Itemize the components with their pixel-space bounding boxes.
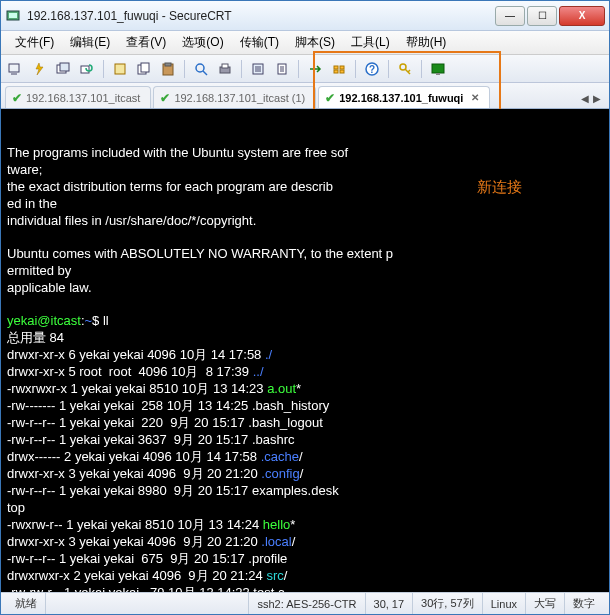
tab-prev-icon[interactable]: ◀: [581, 93, 589, 104]
status-encryption: ssh2: AES-256-CTR: [249, 593, 365, 614]
tab-nav: ◀ ▶: [581, 93, 605, 108]
ls-row: drwxr-xr-x 3 yekai yekai 4096 9月 20 21:2…: [7, 466, 261, 481]
menu-options[interactable]: 选项(O): [174, 34, 231, 51]
line: The programs included with the Ubuntu sy…: [7, 145, 348, 160]
ls-row: -rw-r--r-- 1 yekai yekai 220 9月 20 15:17…: [7, 415, 323, 430]
svg-rect-1: [9, 13, 17, 18]
toolbar-sep: [388, 60, 389, 78]
help-icon[interactable]: ?: [362, 59, 382, 79]
ls-row: -rw------- 1 yekai yekai 258 10月 13 14:2…: [7, 398, 329, 413]
prompt-user: yekai@itcast: [7, 313, 81, 328]
maximize-button[interactable]: ☐: [527, 6, 557, 26]
minimize-button[interactable]: —: [495, 6, 525, 26]
tab-label: 192.168.137.101_itcast: [26, 92, 140, 104]
menu-bar: 文件(F) 编辑(E) 查看(V) 选项(O) 传输(T) 脚本(S) 工具(L…: [1, 31, 609, 55]
line: individual files in /usr/share/doc/*/cop…: [7, 213, 256, 228]
session-tab-icon[interactable]: [53, 59, 73, 79]
toolbar: ?: [1, 55, 609, 83]
line: 总用量 84: [7, 330, 64, 345]
svg-text:?: ?: [369, 64, 375, 75]
ls-row: drwx------ 2 yekai yekai 4096 10月 14 17:…: [7, 449, 261, 464]
ls-row: drwxr-xr-x 3 yekai yekai 4096 9月 20 21:2…: [7, 534, 261, 549]
svg-rect-4: [60, 63, 69, 71]
ls-row: drwxrwxr-x 2 yekai yekai 4096 9月 20 21:2…: [7, 568, 266, 583]
tab-bar: ✔ 192.168.137.101_itcast ✔ 192.168.137.1…: [1, 83, 609, 109]
session-options-icon[interactable]: [110, 59, 130, 79]
connect-icon[interactable]: [5, 59, 25, 79]
menu-script[interactable]: 脚本(S): [287, 34, 343, 51]
suffix: *: [290, 517, 295, 532]
status-size: 30行, 57列: [413, 593, 483, 614]
key-icon[interactable]: [395, 59, 415, 79]
suffix: /: [284, 568, 288, 583]
status-num: 数字: [565, 593, 603, 614]
tab-session-1[interactable]: ✔ 192.168.137.101_itcast: [5, 86, 151, 108]
transfer-icon[interactable]: [305, 59, 325, 79]
toolbar-sep: [103, 60, 104, 78]
dir: .config: [261, 466, 299, 481]
tab-session-2[interactable]: ✔ 192.168.137.101_itcast (1): [153, 86, 316, 108]
svg-rect-23: [432, 64, 444, 73]
menu-help[interactable]: 帮助(H): [398, 34, 455, 51]
line: Ubuntu comes with ABSOLUTELY NO WARRANTY…: [7, 246, 393, 261]
svg-rect-16: [334, 66, 338, 69]
svg-rect-13: [222, 64, 228, 68]
svg-rect-19: [340, 70, 344, 73]
copy-icon[interactable]: [134, 59, 154, 79]
status-ready: 就绪: [7, 593, 46, 614]
exe: hello: [263, 517, 290, 532]
settings-icon[interactable]: [248, 59, 268, 79]
dir: .local: [261, 534, 291, 549]
app-icon: [5, 8, 21, 24]
close-button[interactable]: X: [559, 6, 605, 26]
screen-icon[interactable]: [428, 59, 448, 79]
title-bar: 192.168.137.101_fuwuqi - SecureCRT — ☐ X: [1, 1, 609, 31]
tab-close-icon[interactable]: ✕: [471, 92, 479, 103]
toolbar-sep: [184, 60, 185, 78]
svg-rect-18: [334, 70, 338, 73]
suffix: /: [299, 449, 303, 464]
menu-view[interactable]: 查看(V): [118, 34, 174, 51]
terminal-area[interactable]: 新连接 The programs included with the Ubunt…: [1, 109, 609, 592]
paste-icon[interactable]: [158, 59, 178, 79]
menu-tools[interactable]: 工具(L): [343, 34, 398, 51]
window-buttons: — ☐ X: [495, 6, 605, 26]
reconnect-icon[interactable]: [77, 59, 97, 79]
status-os: Linux: [483, 593, 526, 614]
status-check-icon: ✔: [160, 91, 170, 105]
print-icon[interactable]: [215, 59, 235, 79]
status-check-icon: ✔: [12, 91, 22, 105]
toolbar-sep: [298, 60, 299, 78]
ls-row: top: [7, 500, 25, 515]
button-bar-icon[interactable]: [329, 59, 349, 79]
exe: a.out: [267, 381, 296, 396]
dir: src: [266, 568, 283, 583]
tab-label: 192.168.137.101_itcast (1): [174, 92, 305, 104]
dir: .cache: [261, 449, 299, 464]
status-check-icon: ✔: [325, 91, 335, 105]
line: ed in the: [7, 196, 57, 211]
ls-row: -rw-r--r-- 1 yekai yekai 3637 9月 20 15:1…: [7, 432, 295, 447]
svg-point-11: [196, 64, 204, 72]
line: the exact distribution terms for each pr…: [7, 179, 333, 194]
tab-next-icon[interactable]: ▶: [593, 93, 601, 104]
status-spacer: [46, 593, 249, 614]
menu-edit[interactable]: 编辑(E): [62, 34, 118, 51]
toolbar-sep: [355, 60, 356, 78]
status-caps: 大写: [526, 593, 565, 614]
svg-rect-24: [436, 73, 440, 75]
svg-rect-17: [340, 66, 344, 69]
status-bar: 就绪 ssh2: AES-256-CTR 30, 17 30行, 57列 Lin…: [1, 592, 609, 614]
line: ermitted by: [7, 263, 71, 278]
svg-rect-2: [9, 64, 19, 72]
log-icon[interactable]: [272, 59, 292, 79]
ls-row: drwxr-xr-x 6 yekai yekai 4096 10月 14 17:…: [7, 347, 265, 362]
quick-connect-icon[interactable]: [29, 59, 49, 79]
status-position: 30, 17: [366, 593, 414, 614]
find-icon[interactable]: [191, 59, 211, 79]
tab-session-3-active[interactable]: ✔ 192.168.137.101_fuwuqi ✕: [318, 86, 490, 108]
menu-file[interactable]: 文件(F): [7, 34, 62, 51]
ls-row: -rw-rw-r-- 1 yekai yekai 79 10月 13 14:23…: [7, 585, 284, 592]
toolbar-sep: [241, 60, 242, 78]
menu-transfer[interactable]: 传输(T): [232, 34, 287, 51]
